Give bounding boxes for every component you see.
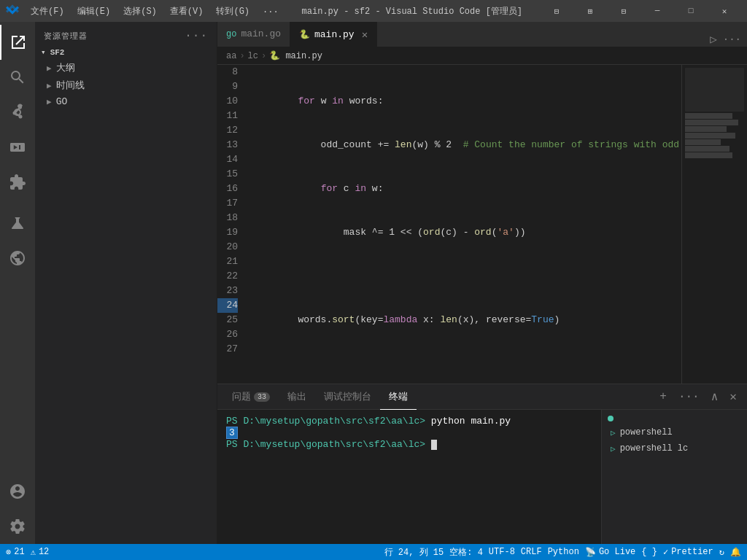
sidebar: 资源管理器 ··· ▾ SF2 ▶ 大纲 ▶ 时间线 ▶ GO: [35, 22, 217, 544]
status-eol[interactable]: CRLF: [521, 546, 542, 559]
panel-debug-label: 调试控制台: [324, 390, 371, 403]
menu-select[interactable]: 选择(S): [117, 4, 163, 19]
menu-more[interactable]: ...: [257, 4, 285, 19]
sidebar-more-btn[interactable]: ···: [185, 29, 208, 42]
panel-close-btn[interactable]: ✕: [725, 388, 741, 405]
tab-py-label: main.py: [314, 29, 355, 40]
test-activity-icon[interactable]: [0, 206, 35, 241]
panel-tab-terminal[interactable]: 终端: [380, 384, 417, 410]
sidebar-item-timeline[interactable]: ▶ 时间线: [35, 77, 217, 94]
status-prettier[interactable]: ✓ Prettier: [663, 546, 713, 559]
terminal-cursor: [431, 440, 437, 450]
source-control-activity-icon[interactable]: [0, 95, 35, 130]
code-line-11: mask ^= 1 << (ord(c) - ord('a')): [252, 225, 681, 240]
status-spaces-text: 空格: 4: [449, 546, 483, 559]
code-content: 8 9 10 11 12 13 14 15 16 17 18 19 20 21: [217, 65, 681, 384]
run-editor-btn[interactable]: ▷: [710, 32, 717, 47]
terminal-item-powershell-lc[interactable]: ▷ powershell lc: [602, 440, 747, 456]
status-encoding[interactable]: UTF-8: [489, 546, 515, 559]
chevron-right-icon: ▶: [47, 63, 52, 73]
terminal-sidebar: ▷ powershell ▷ powershell lc: [601, 410, 747, 544]
status-language[interactable]: Python: [548, 546, 579, 559]
settings-activity-icon[interactable]: [0, 509, 35, 544]
sidebar-header: 资源管理器 ···: [35, 22, 217, 45]
terminal-item-powershell[interactable]: ▷ powershell: [602, 424, 747, 440]
panel-tab-output[interactable]: 输出: [279, 384, 315, 410]
tab-main-go[interactable]: go main.go: [217, 22, 290, 47]
format-icon: { }: [641, 547, 657, 557]
search-activity-icon[interactable]: [0, 60, 35, 95]
status-golive[interactable]: 📡 Go Live: [585, 546, 635, 559]
sidebar-item-outline[interactable]: ▶ 大纲: [35, 59, 217, 77]
new-terminal-btn[interactable]: +: [655, 389, 671, 405]
warning-count: 12: [39, 547, 49, 557]
chevron-right-icon-3: ▶: [47, 97, 52, 106]
error-count: 21: [14, 547, 24, 557]
warning-icon: ⚠: [31, 547, 36, 558]
breadcrumb-lc[interactable]: lc: [248, 51, 258, 61]
editor-tabs: go main.go 🐍 main.py ✕ ▷ ···: [217, 22, 747, 47]
menu-edit[interactable]: 编辑(E): [71, 4, 117, 19]
breadcrumb-file[interactable]: 🐍 main.py: [269, 50, 322, 61]
sidebar-folder-label: SF2: [50, 48, 65, 57]
panels-btn[interactable]: ⊟: [607, 0, 640, 22]
check-icon: ✓: [663, 547, 668, 558]
account-activity-icon[interactable]: [0, 474, 35, 509]
terminal-output-value: 3: [226, 427, 238, 439]
panel-tabs: 问题 33 输出 调试控制台 终端 + ··· ∧ ✕: [217, 384, 747, 410]
panel-terminal-label: 终端: [389, 390, 408, 403]
statusbar-left: ⊗ 21 ⚠ 12: [6, 547, 49, 558]
ln-25: 25: [217, 313, 238, 327]
panel-tab-problems[interactable]: 问题 33: [223, 384, 279, 410]
code-editor[interactable]: 8 9 10 11 12 13 14 15 16 17 18 19 20 21: [217, 65, 681, 384]
menu-file[interactable]: 文件(F): [25, 4, 70, 19]
breadcrumb-file-icon: 🐍: [269, 51, 285, 61]
sidebar-item-sf2[interactable]: ▾ SF2: [35, 45, 217, 59]
run-activity-icon[interactable]: [0, 130, 35, 165]
menu-view[interactable]: 查看(V): [164, 4, 209, 19]
explorer-activity-icon[interactable]: [0, 25, 35, 60]
minimize-btn[interactable]: ─: [640, 0, 674, 22]
tab-go-label: main.go: [241, 28, 281, 39]
minimap-line-3: [685, 126, 727, 132]
ln-23: 23: [217, 284, 238, 298]
status-sync[interactable]: ↻: [719, 546, 724, 559]
code-line-14: [252, 357, 681, 371]
tab-main-py[interactable]: 🐍 main.py ✕: [290, 22, 377, 47]
ln-10: 10: [217, 94, 238, 109]
editor-area: go main.go 🐍 main.py ✕ ▷ ··· aa › lc › 🐍…: [217, 22, 747, 544]
breadcrumb-aa[interactable]: aa: [226, 51, 236, 61]
editor-container: 8 9 10 11 12 13 14 15 16 17 18 19 20 21: [217, 65, 747, 384]
panel-content: PS D:\mysetup\gopath\src\sf2\aa\lc> pyth…: [217, 410, 747, 544]
panel-more-btn[interactable]: ···: [674, 389, 704, 405]
tab-close-btn[interactable]: ✕: [362, 28, 368, 41]
code-lines[interactable]: for w in words: odd_count += len(w) % 2 …: [247, 65, 681, 384]
editor-more-btn[interactable]: ···: [723, 34, 741, 45]
chevron-down-icon: ▾: [41, 47, 46, 57]
extensions-activity-icon[interactable]: [0, 165, 35, 200]
menu-goto[interactable]: 转到(G): [210, 4, 255, 19]
sidebar-item-go[interactable]: ▶ GO: [35, 94, 217, 109]
terminal-sidebar-dot: [602, 413, 747, 424]
terminal-line-1: PS D:\mysetup\gopath\src\sf2\aa\lc> pyth…: [226, 416, 592, 427]
terminal-main[interactable]: PS D:\mysetup\gopath\src\sf2\aa\lc> pyth…: [217, 410, 601, 544]
status-errors[interactable]: ⊗ 21 ⚠ 12: [6, 547, 49, 558]
status-spaces[interactable]: 空格: 4: [449, 546, 483, 559]
code-line-13: words.sort(key=lambda x: len(x), reverse…: [252, 313, 681, 327]
status-bell[interactable]: 🔔: [730, 546, 741, 559]
panel-collapse-btn[interactable]: ∧: [707, 388, 723, 405]
split-btn[interactable]: ⊞: [573, 0, 607, 22]
breadcrumb: aa › lc › 🐍 main.py: [217, 47, 747, 65]
maximize-btn[interactable]: □: [674, 0, 708, 22]
close-btn[interactable]: ✕: [708, 0, 741, 22]
layout-btn[interactable]: ⊟: [540, 0, 573, 22]
terminal-cmd-1: python main.py: [431, 416, 511, 427]
panel-tab-debug[interactable]: 调试控制台: [315, 384, 380, 410]
ln-18: 18: [217, 211, 238, 225]
terminal-ps-label: powershell: [620, 427, 673, 438]
status-format-icon[interactable]: { }: [641, 546, 657, 559]
broadcast-icon: 📡: [585, 547, 596, 558]
remote-activity-icon[interactable]: [0, 241, 35, 276]
status-position[interactable]: 行 24, 列 15: [384, 546, 444, 559]
ln-8: 8: [217, 65, 238, 79]
